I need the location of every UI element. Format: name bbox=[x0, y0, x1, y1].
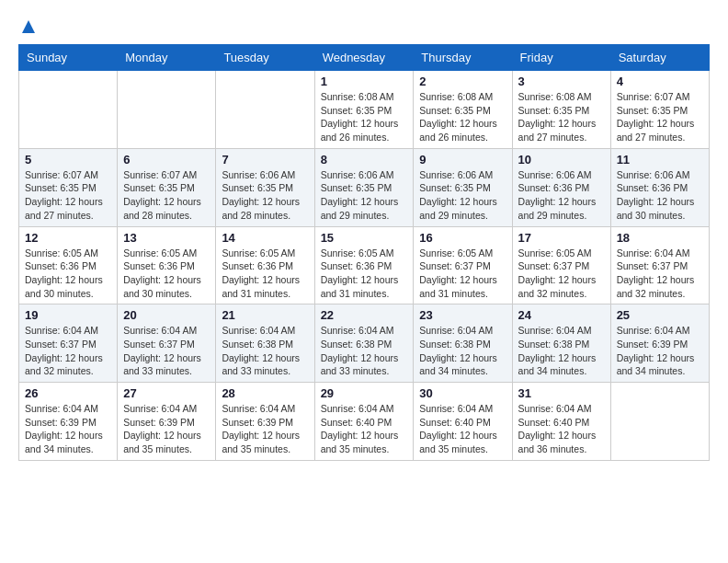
day-number: 18 bbox=[617, 231, 703, 245]
calendar-cell: 26Sunrise: 6:04 AM Sunset: 6:39 PM Dayli… bbox=[19, 383, 118, 461]
day-number: 3 bbox=[518, 75, 605, 88]
calendar-cell: 23Sunrise: 6:04 AM Sunset: 6:38 PM Dayli… bbox=[414, 304, 512, 383]
calendar-cell: 25Sunrise: 6:04 AM Sunset: 6:39 PM Dayli… bbox=[610, 304, 709, 383]
calendar-cell: 4Sunrise: 6:07 AM Sunset: 6:35 PM Daylig… bbox=[610, 71, 709, 149]
day-number: 13 bbox=[123, 231, 210, 245]
calendar-cell: 3Sunrise: 6:08 AM Sunset: 6:35 PM Daylig… bbox=[512, 71, 610, 149]
calendar-cell bbox=[610, 383, 709, 461]
day-info: Sunrise: 6:04 AM Sunset: 6:37 PM Dayligh… bbox=[617, 247, 703, 301]
day-info: Sunrise: 6:07 AM Sunset: 6:35 PM Dayligh… bbox=[617, 90, 703, 144]
calendar-cell bbox=[19, 71, 118, 149]
calendar-cell: 6Sunrise: 6:07 AM Sunset: 6:35 PM Daylig… bbox=[118, 148, 216, 226]
day-info: Sunrise: 6:04 AM Sunset: 6:39 PM Dayligh… bbox=[222, 402, 308, 456]
day-info: Sunrise: 6:04 AM Sunset: 6:39 PM Dayligh… bbox=[123, 402, 210, 456]
calendar-cell: 21Sunrise: 6:04 AM Sunset: 6:38 PM Dayli… bbox=[216, 304, 314, 383]
day-number: 25 bbox=[617, 308, 703, 322]
day-info: Sunrise: 6:06 AM Sunset: 6:35 PM Dayligh… bbox=[321, 168, 408, 223]
calendar-header-row: SundayMondayTuesdayWednesdayThursdayFrid… bbox=[19, 45, 710, 71]
day-number: 31 bbox=[518, 386, 605, 400]
header-monday: Monday bbox=[118, 45, 216, 71]
header-saturday: Saturday bbox=[610, 45, 709, 71]
header-wednesday: Wednesday bbox=[314, 45, 414, 71]
calendar-cell: 2Sunrise: 6:08 AM Sunset: 6:35 PM Daylig… bbox=[414, 71, 512, 149]
calendar-cell bbox=[118, 71, 216, 149]
day-info: Sunrise: 6:06 AM Sunset: 6:36 PM Dayligh… bbox=[617, 168, 703, 223]
calendar-cell: 11Sunrise: 6:06 AM Sunset: 6:36 PM Dayli… bbox=[610, 148, 709, 226]
day-info: Sunrise: 6:05 AM Sunset: 6:36 PM Dayligh… bbox=[321, 247, 408, 301]
day-number: 15 bbox=[321, 231, 408, 245]
day-number: 8 bbox=[321, 153, 408, 167]
day-number: 27 bbox=[123, 386, 210, 400]
day-number: 29 bbox=[321, 386, 408, 400]
calendar-cell: 24Sunrise: 6:04 AM Sunset: 6:38 PM Dayli… bbox=[512, 304, 610, 383]
calendar-cell: 22Sunrise: 6:04 AM Sunset: 6:38 PM Dayli… bbox=[314, 304, 414, 383]
day-info: Sunrise: 6:04 AM Sunset: 6:38 PM Dayligh… bbox=[419, 324, 506, 378]
header-tuesday: Tuesday bbox=[216, 45, 314, 71]
day-number: 22 bbox=[321, 308, 408, 322]
day-number: 5 bbox=[25, 153, 111, 167]
day-info: Sunrise: 6:06 AM Sunset: 6:35 PM Dayligh… bbox=[222, 168, 308, 223]
day-info: Sunrise: 6:05 AM Sunset: 6:37 PM Dayligh… bbox=[518, 247, 605, 301]
day-info: Sunrise: 6:05 AM Sunset: 6:36 PM Dayligh… bbox=[123, 247, 210, 301]
day-number: 12 bbox=[25, 231, 111, 245]
day-info: Sunrise: 6:04 AM Sunset: 6:38 PM Dayligh… bbox=[518, 324, 605, 378]
day-number: 24 bbox=[518, 308, 605, 322]
day-number: 23 bbox=[419, 308, 506, 322]
day-info: Sunrise: 6:05 AM Sunset: 6:36 PM Dayligh… bbox=[25, 247, 111, 301]
day-info: Sunrise: 6:04 AM Sunset: 6:40 PM Dayligh… bbox=[518, 402, 605, 456]
day-info: Sunrise: 6:06 AM Sunset: 6:36 PM Dayligh… bbox=[518, 168, 605, 223]
day-info: Sunrise: 6:04 AM Sunset: 6:37 PM Dayligh… bbox=[123, 324, 210, 378]
calendar-cell: 9Sunrise: 6:06 AM Sunset: 6:35 PM Daylig… bbox=[414, 148, 512, 226]
day-number: 28 bbox=[222, 386, 308, 400]
day-info: Sunrise: 6:07 AM Sunset: 6:35 PM Dayligh… bbox=[123, 168, 210, 223]
header-thursday: Thursday bbox=[414, 45, 512, 71]
day-number: 7 bbox=[222, 153, 308, 167]
page-header bbox=[18, 18, 710, 35]
logo-icon bbox=[20, 18, 37, 35]
header-friday: Friday bbox=[512, 45, 610, 71]
svg-marker-0 bbox=[22, 20, 35, 33]
calendar-cell bbox=[216, 71, 314, 149]
day-info: Sunrise: 6:04 AM Sunset: 6:40 PM Dayligh… bbox=[321, 402, 408, 456]
day-number: 16 bbox=[419, 231, 506, 245]
day-info: Sunrise: 6:04 AM Sunset: 6:37 PM Dayligh… bbox=[25, 324, 111, 378]
calendar-week-5: 26Sunrise: 6:04 AM Sunset: 6:39 PM Dayli… bbox=[19, 383, 710, 461]
calendar-cell: 31Sunrise: 6:04 AM Sunset: 6:40 PM Dayli… bbox=[512, 383, 610, 461]
day-number: 2 bbox=[419, 75, 506, 88]
day-info: Sunrise: 6:05 AM Sunset: 6:36 PM Dayligh… bbox=[222, 247, 308, 301]
day-info: Sunrise: 6:06 AM Sunset: 6:35 PM Dayligh… bbox=[419, 168, 506, 223]
calendar-cell: 1Sunrise: 6:08 AM Sunset: 6:35 PM Daylig… bbox=[314, 71, 414, 149]
day-number: 6 bbox=[123, 153, 210, 167]
day-number: 9 bbox=[419, 153, 506, 167]
calendar-week-4: 19Sunrise: 6:04 AM Sunset: 6:37 PM Dayli… bbox=[19, 304, 710, 383]
day-number: 10 bbox=[518, 153, 605, 167]
day-number: 1 bbox=[321, 75, 408, 88]
day-info: Sunrise: 6:08 AM Sunset: 6:35 PM Dayligh… bbox=[419, 90, 506, 144]
calendar-week-2: 5Sunrise: 6:07 AM Sunset: 6:35 PM Daylig… bbox=[19, 148, 710, 226]
calendar-cell: 28Sunrise: 6:04 AM Sunset: 6:39 PM Dayli… bbox=[216, 383, 314, 461]
calendar-cell: 15Sunrise: 6:05 AM Sunset: 6:36 PM Dayli… bbox=[314, 226, 414, 304]
day-number: 14 bbox=[222, 231, 308, 245]
calendar-cell: 19Sunrise: 6:04 AM Sunset: 6:37 PM Dayli… bbox=[19, 304, 118, 383]
day-number: 4 bbox=[617, 75, 703, 88]
day-info: Sunrise: 6:04 AM Sunset: 6:38 PM Dayligh… bbox=[222, 324, 308, 378]
calendar-cell: 14Sunrise: 6:05 AM Sunset: 6:36 PM Dayli… bbox=[216, 226, 314, 304]
day-info: Sunrise: 6:05 AM Sunset: 6:37 PM Dayligh… bbox=[419, 247, 506, 301]
calendar-cell: 8Sunrise: 6:06 AM Sunset: 6:35 PM Daylig… bbox=[314, 148, 414, 226]
day-number: 11 bbox=[617, 153, 703, 167]
calendar-cell: 27Sunrise: 6:04 AM Sunset: 6:39 PM Dayli… bbox=[118, 383, 216, 461]
day-number: 26 bbox=[25, 386, 111, 400]
calendar-week-3: 12Sunrise: 6:05 AM Sunset: 6:36 PM Dayli… bbox=[19, 226, 710, 304]
day-number: 17 bbox=[518, 231, 605, 245]
calendar-cell: 12Sunrise: 6:05 AM Sunset: 6:36 PM Dayli… bbox=[19, 226, 118, 304]
day-info: Sunrise: 6:04 AM Sunset: 6:39 PM Dayligh… bbox=[617, 324, 703, 378]
day-info: Sunrise: 6:08 AM Sunset: 6:35 PM Dayligh… bbox=[518, 90, 605, 144]
day-info: Sunrise: 6:07 AM Sunset: 6:35 PM Dayligh… bbox=[25, 168, 111, 223]
day-number: 21 bbox=[222, 308, 308, 322]
day-number: 20 bbox=[123, 308, 210, 322]
day-info: Sunrise: 6:08 AM Sunset: 6:35 PM Dayligh… bbox=[321, 90, 408, 144]
day-info: Sunrise: 6:04 AM Sunset: 6:38 PM Dayligh… bbox=[321, 324, 408, 378]
day-number: 19 bbox=[25, 308, 111, 322]
day-info: Sunrise: 6:04 AM Sunset: 6:39 PM Dayligh… bbox=[25, 402, 111, 456]
calendar-cell: 17Sunrise: 6:05 AM Sunset: 6:37 PM Dayli… bbox=[512, 226, 610, 304]
